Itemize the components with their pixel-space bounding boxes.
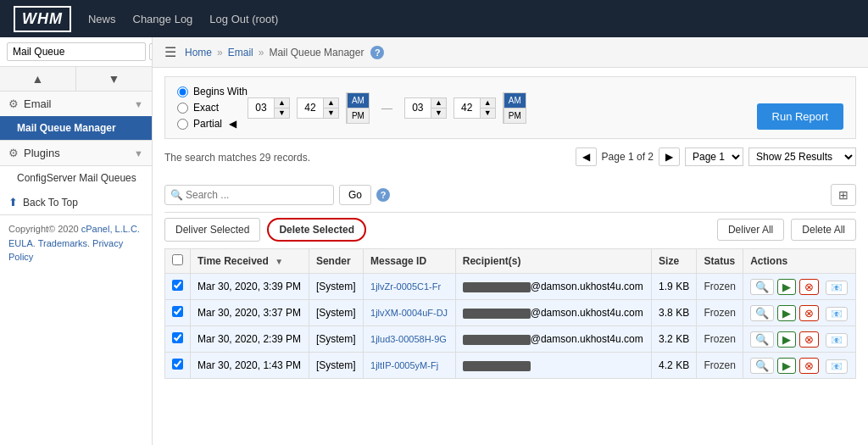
search-icon: 🔍	[170, 189, 183, 201]
row-msgid-link-0[interactable]: 1jlvZr-0005C1-Fr	[370, 281, 441, 292]
row-deliver-btn-1[interactable]: ▶	[777, 305, 796, 321]
eula-link[interactable]: EULA	[8, 238, 33, 248]
row-search-btn-3[interactable]: 🔍	[750, 358, 774, 374]
search-input[interactable]	[164, 185, 334, 205]
row-search-btn-0[interactable]: 🔍	[750, 279, 774, 295]
sidebar-plugins-header[interactable]: ⚙ Plugins ▼	[0, 141, 152, 165]
sidebar-search-input[interactable]	[7, 42, 146, 61]
time1-hour-input[interactable]	[248, 99, 274, 116]
row-recipient-0: @damson.ukhost4u.com	[455, 274, 651, 300]
time-fields: ▲ ▼ ▲ ▼ A	[248, 92, 526, 124]
col-msgid: Message ID	[364, 249, 456, 274]
table-row: Mar 30, 2020, 1:43 PM [System] 1jltIP-00…	[165, 353, 856, 379]
nav-news[interactable]: News	[88, 13, 116, 25]
cpanel-link[interactable]: cPanel, L.L.C.	[81, 224, 140, 234]
row-search-btn-1[interactable]: 🔍	[750, 305, 774, 321]
time2-hour-input[interactable]	[405, 99, 431, 116]
delete-selected-button[interactable]: Delete Selected	[267, 218, 366, 242]
filter-begins-with-radio[interactable]	[177, 86, 188, 97]
row-info-btn-2[interactable]: 📧	[826, 333, 848, 348]
breadcrumb-sep1: »	[217, 47, 223, 58]
time2-min-input[interactable]	[454, 99, 480, 116]
time1-min-input[interactable]	[298, 99, 323, 116]
sidebar-section-plugins: ⚙ Plugins ▼	[0, 141, 152, 166]
show-results-select[interactable]: Show 25 Results Show 50 Results Show 100…	[748, 147, 856, 166]
back-to-top[interactable]: ⬆ Back To Top	[0, 190, 152, 215]
breadcrumb-menu-icon[interactable]: ☰	[164, 44, 176, 60]
search-go-button[interactable]: Go	[339, 185, 371, 205]
deliver-selected-button[interactable]: Deliver Selected	[164, 218, 260, 242]
filter-partial[interactable]: Partial ◀	[177, 118, 248, 130]
filter-partial-radio[interactable]	[177, 119, 188, 130]
sidebar-nav-up[interactable]: ▲	[0, 67, 76, 91]
row-delete-btn-2[interactable]: ⊗	[799, 331, 819, 348]
col-status: Status	[697, 249, 743, 274]
recipient-redacted-3	[463, 361, 531, 371]
time2-hour-up[interactable]: ▲	[431, 98, 446, 108]
table-row: Mar 30, 2020, 3:39 PM [System] 1jlvZr-00…	[165, 274, 856, 300]
row-search-btn-2[interactable]: 🔍	[750, 331, 774, 348]
row-delete-btn-3[interactable]: ⊗	[799, 358, 819, 374]
sidebar-item-mail-queue[interactable]: Mail Queue Manager	[0, 116, 152, 140]
row-checkbox-3[interactable]	[172, 359, 183, 370]
page-select[interactable]: Page 1 Page 2	[685, 147, 743, 166]
col-actions: Actions	[743, 249, 856, 274]
filter-exact-radio[interactable]	[177, 103, 188, 114]
row-msgid-link-3[interactable]: 1jltIP-0005yM-Fj	[370, 360, 438, 370]
time2-min-down[interactable]: ▼	[481, 108, 495, 118]
table-row: Mar 30, 2020, 2:39 PM [System] 1jlud3-00…	[165, 326, 856, 353]
row-msgid-link-1[interactable]: 1jlvXM-0004uF-DJ	[370, 308, 448, 318]
breadcrumb-home[interactable]: Home	[185, 47, 212, 58]
copyright-text: Copyright© 2020	[8, 224, 79, 234]
sidebar-configserver[interactable]: ConfigServer Mail Queues	[0, 166, 152, 190]
time2-pm-btn[interactable]: PM	[504, 108, 526, 123]
row-info-btn-1[interactable]: 📧	[826, 307, 848, 321]
time1-hour-up[interactable]: ▲	[275, 98, 289, 108]
col-time[interactable]: Time Received ▼	[191, 249, 309, 274]
row-time-0: Mar 30, 2020, 3:39 PM	[191, 274, 309, 300]
row-msgid-link-2[interactable]: 1jlud3-00058H-9G	[370, 334, 447, 344]
row-checkbox-1[interactable]	[172, 306, 183, 317]
sidebar-search-bar: ✕ ☰	[0, 37, 152, 67]
time2-am-btn[interactable]: AM	[504, 93, 526, 108]
run-report-button[interactable]: Run Report	[757, 103, 843, 130]
row-info-btn-0[interactable]: 📧	[826, 281, 848, 295]
time2-hour-down[interactable]: ▼	[431, 108, 446, 118]
sidebar-email-header[interactable]: ⚙ Email ▼	[0, 92, 152, 116]
row-checkbox-2[interactable]	[172, 332, 183, 343]
page-of-label: Page 1 of 2	[602, 151, 654, 163]
row-delete-btn-1[interactable]: ⊗	[799, 305, 819, 321]
row-msgid-2: 1jlud3-00058H-9G	[364, 326, 456, 353]
row-deliver-btn-0[interactable]: ▶	[777, 279, 796, 295]
search-help-icon[interactable]: ?	[376, 188, 390, 202]
page-next[interactable]: ▶	[659, 147, 680, 166]
deliver-all-button[interactable]: Deliver All	[717, 219, 784, 241]
time1-min-down[interactable]: ▼	[324, 108, 338, 118]
row-deliver-btn-3[interactable]: ▶	[777, 358, 796, 374]
filter-exact[interactable]: Exact	[177, 102, 248, 114]
row-time-2: Mar 30, 2020, 2:39 PM	[191, 326, 309, 353]
row-info-btn-3[interactable]: 📧	[826, 359, 848, 374]
delete-all-button[interactable]: Delete All	[791, 219, 856, 241]
row-deliver-btn-2[interactable]: ▶	[777, 331, 796, 348]
time2-min-up[interactable]: ▲	[481, 98, 495, 108]
sidebar-section-email: ⚙ Email ▼ Mail Queue Manager	[0, 92, 152, 141]
select-all-checkbox[interactable]	[172, 254, 183, 265]
search-wrapper: 🔍	[164, 185, 334, 205]
time1-am-btn[interactable]: AM	[348, 93, 369, 108]
search-settings-button[interactable]: ⊞	[831, 184, 856, 206]
breadcrumb-email[interactable]: Email	[228, 47, 253, 58]
sidebar-nav-down[interactable]: ▼	[76, 67, 152, 91]
back-to-top-icon: ⬆	[8, 196, 18, 209]
time1-hour-down[interactable]: ▼	[275, 108, 289, 118]
page-prev[interactable]: ◀	[576, 147, 597, 166]
nav-changelog[interactable]: Change Log	[133, 13, 193, 25]
row-checkbox-0[interactable]	[172, 280, 183, 291]
time1-pm-btn[interactable]: PM	[348, 108, 369, 123]
nav-logout[interactable]: Log Out (root)	[209, 13, 278, 25]
filter-begins-with[interactable]: Begins With	[177, 86, 248, 97]
time1-min-up[interactable]: ▲	[324, 98, 338, 108]
row-delete-btn-0[interactable]: ⊗	[799, 279, 819, 295]
breadcrumb-help-icon[interactable]: ?	[370, 46, 384, 59]
trademarks-link[interactable]: Trademarks	[38, 238, 87, 248]
